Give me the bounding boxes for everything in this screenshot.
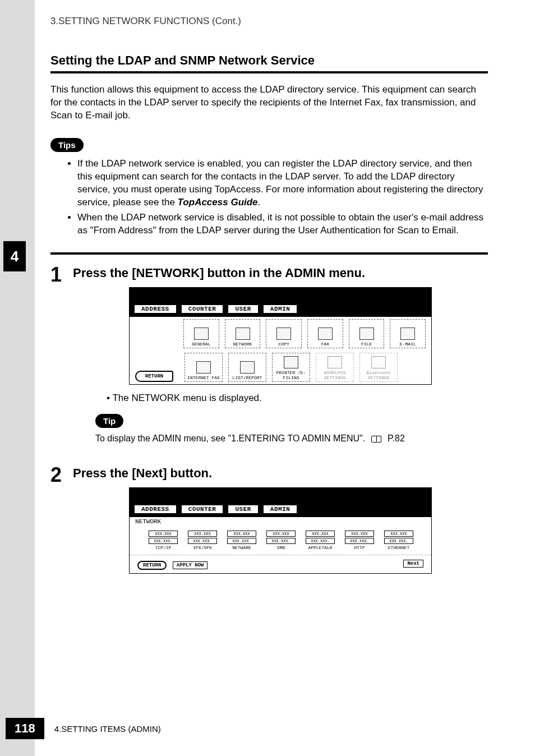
step-title: Press the [NETWORK] button in the ADMIN … (73, 266, 488, 280)
admin-general-button[interactable]: GENERAL (183, 319, 219, 348)
tip-emphasis: TopAccess Guide (178, 197, 258, 208)
admin-copy-button[interactable]: COPY (266, 319, 302, 348)
intro-paragraph: This function allows this equipment to a… (50, 84, 488, 122)
apply-now-button[interactable]: APPLY NOW (173, 561, 208, 569)
admin-wireless-button[interactable]: WIRELESS SETTINGS (316, 353, 354, 382)
tips-badge: Tips (50, 138, 84, 152)
admin-email-button[interactable]: E-MAIL (390, 319, 426, 348)
tip-item: If the LDAP network service is enabled, … (77, 158, 488, 209)
page-number: 118 (6, 718, 44, 739)
admin-network-button[interactable]: NETWORK (225, 319, 261, 348)
admin-ifax-button[interactable]: INTERNET FAX (185, 353, 223, 382)
step-number: 2 (50, 465, 73, 485)
page-footer: 118 4.SETTING ITEMS (ADMIN) (0, 718, 535, 739)
network-subhead: NETWORK (130, 517, 431, 525)
step-1: 1 Press the [NETWORK] button in the ADMI… (50, 265, 488, 457)
admin-file-button[interactable]: FILE (349, 319, 385, 348)
ui-tab-address[interactable]: ADDRESS (134, 505, 177, 514)
admin-printer-button[interactable]: PRINTER /E-FILING (272, 353, 310, 382)
ui-tab-counter[interactable]: COUNTER (181, 305, 224, 314)
admin-fax-button[interactable]: FAX (307, 319, 343, 348)
net-ipxspx-button[interactable]: XXX.XXXXXX.XXX.IPX/SPX (185, 531, 220, 550)
left-margin (0, 0, 35, 756)
tip-reference: To display the ADMIN menu, see "1.ENTERI… (95, 434, 488, 444)
net-netware-button[interactable]: XXX.XXXXXX.XXX.NETWARE (224, 531, 260, 550)
step-2: 2 Press the [Next] button. ADDRESS COUNT… (50, 465, 488, 582)
breadcrumb: 3.SETTING NETWORK FUNCTIONS (Cont.) (50, 16, 241, 27)
tips-list: If the LDAP network service is enabled, … (77, 158, 488, 237)
chapter-tab: 4 (0, 236, 35, 271)
net-tcpip-button[interactable]: XXX.XXXXXX.XXX.TCP/IP (145, 531, 181, 550)
ui-tab-counter[interactable]: COUNTER (181, 505, 224, 514)
tip-item: When the LDAP network service is disable… (77, 211, 488, 237)
ui-tab-admin[interactable]: ADMIN (263, 305, 298, 314)
divider (50, 252, 488, 255)
net-appletalk-button[interactable]: XXX.XXXXXX.XXX.APPLETALK (302, 531, 338, 550)
ui-tab-user[interactable]: USER (228, 505, 258, 514)
step-number: 1 (50, 265, 73, 285)
return-button[interactable]: RETURN (135, 371, 173, 382)
admin-bluetooth-button[interactable]: Bluetooth SETTINGS (359, 353, 398, 382)
net-http-button[interactable]: XXX.XXXXXX.XXX.HTTP (342, 531, 377, 550)
net-smb-button[interactable]: XXX.XXXXXX.XXX.SMB (263, 531, 299, 550)
tip-text: When the LDAP network service is disable… (77, 212, 483, 236)
return-button[interactable]: RETURN (137, 561, 167, 570)
section-title: Setting the LDAP and SNMP Network Servic… (50, 53, 488, 73)
next-button[interactable]: Next (403, 560, 423, 568)
admin-listreport-button[interactable]: LIST/REPORT (228, 353, 266, 382)
screenshot-network-menu: ADDRESS COUNTER USER ADMIN NETWORK XXX.X… (129, 487, 432, 574)
tip-suffix: . (258, 197, 261, 208)
step-result: The NETWORK menu is displayed. (107, 393, 488, 404)
ui-tab-address[interactable]: ADDRESS (134, 305, 177, 314)
net-ethernet-button[interactable]: XXX.XXXXXX.XXX.ETHERNET (381, 531, 417, 550)
tip-text: If the LDAP network service is enabled, … (77, 158, 483, 208)
screenshot-admin-menu: ADDRESS COUNTER USER ADMIN GENERAL NETWO… (129, 287, 432, 385)
ui-tab-user[interactable]: USER (228, 305, 258, 314)
ui-tab-admin[interactable]: ADMIN (263, 505, 298, 514)
step-title: Press the [Next] button. (73, 466, 488, 481)
book-icon (371, 436, 381, 442)
footer-text: 4.SETTING ITEMS (ADMIN) (54, 724, 161, 734)
tip-badge: Tip (95, 414, 123, 428)
